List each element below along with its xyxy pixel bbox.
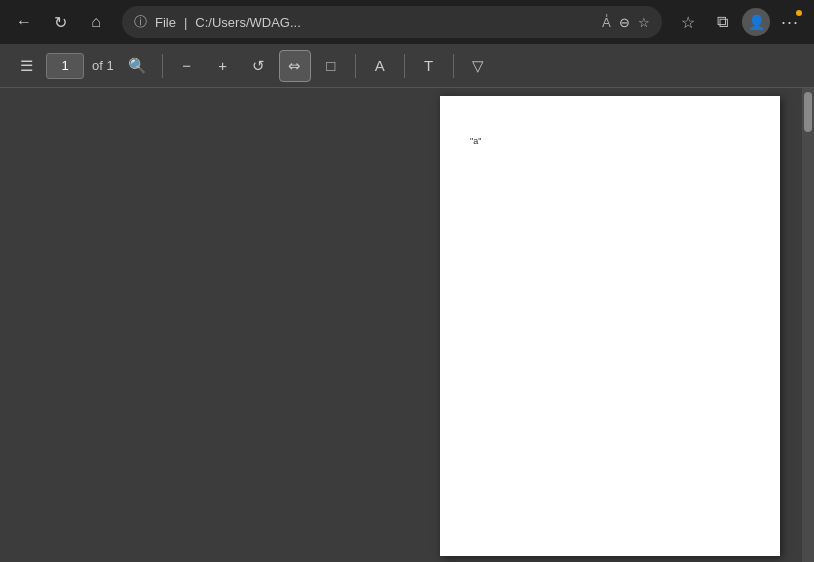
back-button[interactable]: ← bbox=[8, 6, 40, 38]
more-tools-button[interactable]: ▽ bbox=[462, 50, 494, 82]
address-bar[interactable]: ⓘ File | C:/Users/WDAG... A̍ ⊖ ☆ bbox=[122, 6, 662, 38]
single-page-button[interactable]: □ bbox=[315, 50, 347, 82]
more-button[interactable]: ··· bbox=[774, 6, 806, 38]
profile-icon: 👤 bbox=[748, 14, 765, 30]
toolbar-divider-4 bbox=[453, 54, 454, 78]
sidebar-toggle-icon: ☰ bbox=[20, 57, 33, 75]
zoom-out-icon: − bbox=[182, 57, 191, 74]
address-font-icon: A̍ bbox=[602, 15, 611, 30]
page-of-label: of 1 bbox=[92, 58, 114, 73]
zoom-in-icon: + bbox=[218, 57, 227, 74]
browser-right-icons: ☆ ⧉ 👤 ··· bbox=[672, 6, 806, 38]
search-button[interactable]: 🔍 bbox=[122, 50, 154, 82]
address-separator: | bbox=[184, 15, 187, 30]
scrollbar[interactable] bbox=[802, 88, 814, 562]
pdf-page: "a" bbox=[440, 96, 780, 556]
favorites-icon: ☆ bbox=[681, 13, 695, 32]
profile-avatar: 👤 bbox=[742, 8, 770, 36]
toolbar-divider-3 bbox=[404, 54, 405, 78]
scrollbar-thumb[interactable] bbox=[804, 92, 812, 132]
add-text-button[interactable]: T bbox=[413, 50, 445, 82]
single-page-icon: □ bbox=[326, 57, 335, 74]
toolbar-divider-1 bbox=[162, 54, 163, 78]
rotate-button[interactable]: ↺ bbox=[243, 50, 275, 82]
address-zoom-icon: ⊖ bbox=[619, 15, 630, 30]
add-text-icon: T bbox=[424, 57, 433, 74]
address-path-text: C:/Users/WDAG... bbox=[195, 15, 594, 30]
zoom-in-button[interactable]: + bbox=[207, 50, 239, 82]
address-star-icon: ☆ bbox=[638, 15, 650, 30]
reload-button[interactable]: ↻ bbox=[44, 6, 76, 38]
address-info-icon: ⓘ bbox=[134, 13, 147, 31]
text-select-icon: A bbox=[375, 57, 385, 74]
search-icon: 🔍 bbox=[128, 57, 147, 75]
toolbar-divider-2 bbox=[355, 54, 356, 78]
update-notification-dot bbox=[794, 8, 804, 18]
pdf-toolbar: ☰ of 1 🔍 − + ↺ ⇔ □ A T ▽ bbox=[0, 44, 814, 88]
text-select-button[interactable]: A bbox=[364, 50, 396, 82]
more-tools-icon: ▽ bbox=[472, 57, 484, 75]
page-number-input[interactable] bbox=[46, 53, 84, 79]
pdf-text-content: "a" bbox=[470, 136, 481, 146]
favorites-button[interactable]: ☆ bbox=[672, 6, 704, 38]
pdf-left-panel bbox=[0, 88, 418, 562]
home-button[interactable]: ⌂ bbox=[80, 6, 112, 38]
address-file-text: File bbox=[155, 15, 176, 30]
fit-width-button[interactable]: ⇔ bbox=[279, 50, 311, 82]
sidebar-toggle-button[interactable]: ☰ bbox=[10, 50, 42, 82]
collections-button[interactable]: ⧉ bbox=[706, 6, 738, 38]
collections-icon: ⧉ bbox=[717, 13, 728, 31]
browser-topbar: ← ↻ ⌂ ⓘ File | C:/Users/WDAG... A̍ ⊖ ☆ ☆… bbox=[0, 0, 814, 44]
fit-width-icon: ⇔ bbox=[288, 57, 301, 75]
pdf-content-area: "a" bbox=[0, 88, 814, 562]
pdf-page-area[interactable]: "a" bbox=[418, 88, 802, 562]
zoom-out-button[interactable]: − bbox=[171, 50, 203, 82]
rotate-icon: ↺ bbox=[252, 57, 265, 75]
profile-button[interactable]: 👤 bbox=[740, 6, 772, 38]
